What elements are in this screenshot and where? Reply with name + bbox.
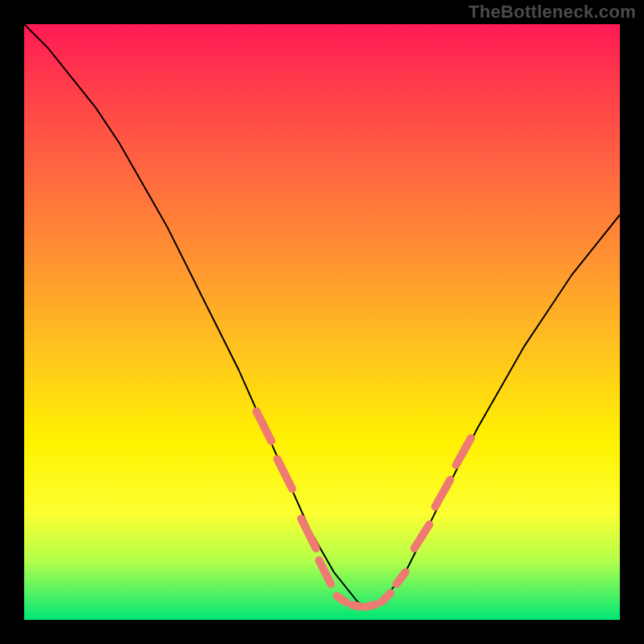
plot-area [24,24,620,620]
highlight-dash [278,459,293,489]
bottleneck-curve [24,24,620,608]
highlight-dash [382,593,390,602]
highlight-dash [301,518,316,548]
highlight-dash [257,411,272,441]
highlight-dashes-group [257,411,471,607]
highlight-dash [436,480,451,506]
attribution-text: TheBottleneck.com [469,2,636,23]
highlight-dash [352,605,361,607]
highlight-dash [367,605,376,607]
chart-stage: TheBottleneck.com [0,0,644,644]
chart-svg [24,24,620,620]
highlight-dash [397,572,406,584]
highlight-dash [415,525,430,549]
highlight-dash [456,438,472,464]
highlight-dash [337,596,346,601]
